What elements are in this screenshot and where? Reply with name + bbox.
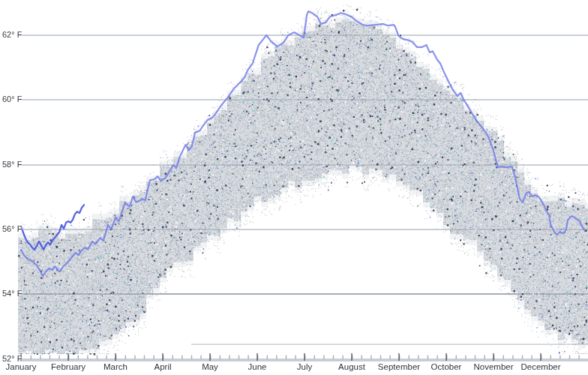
y-axis-tick-label: 52° F	[2, 354, 22, 363]
x-axis-month-label: December	[509, 362, 572, 371]
y-axis-tick-label: 56° F	[2, 224, 22, 233]
y-axis-tick-label: 60° F	[2, 94, 22, 104]
y-axis-tick-label: 62° F	[2, 30, 22, 39]
y-axis-tick-label: 54° F	[2, 289, 22, 298]
y-axis-tick-label: 58° F	[2, 160, 22, 169]
temperature-chart: 62° F60° F58° F56° F54° F52° F JanuaryFe…	[0, 0, 588, 375]
scatter-plot-canvas[interactable]	[0, 0, 588, 375]
